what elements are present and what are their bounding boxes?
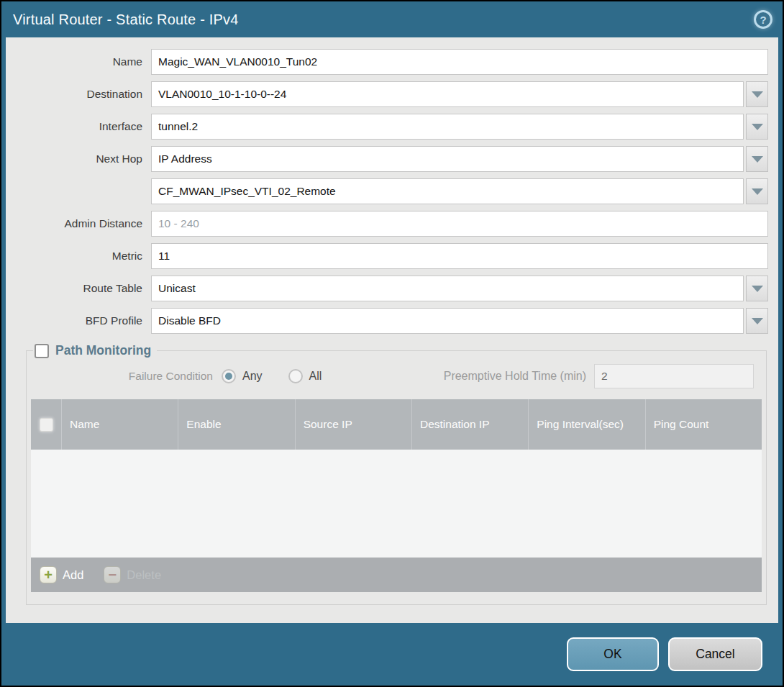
route-table-label: Route Table <box>13 282 151 295</box>
route-table-input[interactable] <box>151 276 744 301</box>
preemptive-hold-time-label: Preemptive Hold Time (min) <box>444 370 594 383</box>
destination-dropdown-button[interactable] <box>746 81 768 107</box>
chevron-down-icon <box>752 124 763 130</box>
table-body-empty <box>31 450 762 558</box>
chevron-down-icon <box>752 318 763 324</box>
next-hop-type-input[interactable] <box>151 146 744 172</box>
help-icon[interactable]: ? <box>754 10 772 29</box>
form-row-next-hop: Next Hop <box>13 146 768 172</box>
failure-condition-radio-all[interactable] <box>288 369 303 383</box>
select-all-checkbox[interactable] <box>40 418 53 432</box>
form-row-name: Name <box>13 49 768 75</box>
delete-button-label: Delete <box>127 568 161 582</box>
column-header-name[interactable]: Name <box>61 399 178 450</box>
table-header-row: Name Enable Source IP Destination IP Pin… <box>31 399 762 450</box>
title-bar: Virtual Router - Static Route - IPv4 ? <box>1 1 783 37</box>
admin-distance-label: Admin Distance <box>13 217 151 230</box>
column-header-destination-ip[interactable]: Destination IP <box>411 399 528 450</box>
delete-button[interactable]: − Delete <box>104 566 161 583</box>
dialog-title: Virtual Router - Static Route - IPv4 <box>13 12 239 28</box>
bfd-profile-dropdown-button[interactable] <box>746 308 768 334</box>
path-monitoring-checkbox[interactable] <box>35 344 49 358</box>
next-hop-label: Next Hop <box>13 153 151 165</box>
next-hop-address-dropdown-button[interactable] <box>746 178 768 204</box>
bfd-profile-label: BFD Profile <box>13 314 151 327</box>
failure-condition-all-label: All <box>309 370 322 383</box>
path-monitoring-title: Path Monitoring <box>55 343 151 358</box>
form-row-metric: Metric <box>13 243 768 269</box>
preemptive-hold-time-input[interactable] <box>594 364 754 388</box>
column-header-ping-interval[interactable]: Ping Interval(sec) <box>528 399 644 450</box>
interface-dropdown-button[interactable] <box>746 114 768 140</box>
form-row-next-hop-value <box>13 178 768 204</box>
column-header-ping-count[interactable]: Ping Count <box>645 399 762 450</box>
ok-button[interactable]: OK <box>567 637 659 671</box>
metric-label: Metric <box>13 250 151 263</box>
add-button-label: Add <box>63 568 83 582</box>
chevron-down-icon <box>752 91 763 98</box>
bfd-profile-input[interactable] <box>151 308 744 334</box>
failure-condition-label: Failure Condition <box>33 370 222 383</box>
destination-label: Destination <box>13 88 151 101</box>
plus-icon: + <box>40 566 57 583</box>
chevron-down-icon <box>752 156 763 163</box>
form-row-admin-distance: Admin Distance <box>13 211 768 237</box>
metric-input[interactable] <box>151 243 768 269</box>
dialog-footer: OK Cancel <box>1 623 783 686</box>
form-row-route-table: Route Table <box>13 276 768 301</box>
table-header-select-cell <box>31 399 61 450</box>
name-input[interactable] <box>151 49 768 75</box>
form-row-bfd-profile: BFD Profile <box>13 308 768 334</box>
chevron-down-icon <box>752 188 763 195</box>
path-monitoring-table: Name Enable Source IP Destination IP Pin… <box>31 399 762 592</box>
column-header-source-ip[interactable]: Source IP <box>295 399 411 450</box>
interface-label: Interface <box>13 120 151 133</box>
add-button[interactable]: + Add <box>40 566 83 583</box>
failure-condition-row: Failure Condition Any All Preemptive Hol… <box>33 364 760 388</box>
minus-icon: − <box>104 566 121 583</box>
next-hop-type-dropdown-button[interactable] <box>746 146 768 172</box>
next-hop-address-input[interactable] <box>151 178 744 204</box>
destination-input[interactable] <box>151 81 744 107</box>
path-monitoring-legend: Path Monitoring <box>33 343 157 358</box>
column-header-enable[interactable]: Enable <box>178 399 294 450</box>
admin-distance-input[interactable] <box>151 211 768 237</box>
path-monitoring-section: Path Monitoring Failure Condition Any Al… <box>26 343 767 605</box>
failure-condition-any-label: Any <box>242 370 263 383</box>
dialog-window: Virtual Router - Static Route - IPv4 ? N… <box>0 0 784 687</box>
cancel-button[interactable]: Cancel <box>668 637 762 671</box>
route-table-dropdown-button[interactable] <box>746 276 768 301</box>
table-toolbar: + Add − Delete <box>31 558 762 592</box>
failure-condition-radio-any[interactable] <box>222 369 236 383</box>
form-row-destination: Destination <box>13 81 768 107</box>
form-row-interface: Interface <box>13 114 768 140</box>
interface-input[interactable] <box>151 114 744 140</box>
dialog-content: Name Destination Interface <box>6 37 778 623</box>
name-label: Name <box>13 55 151 68</box>
chevron-down-icon <box>752 286 763 292</box>
